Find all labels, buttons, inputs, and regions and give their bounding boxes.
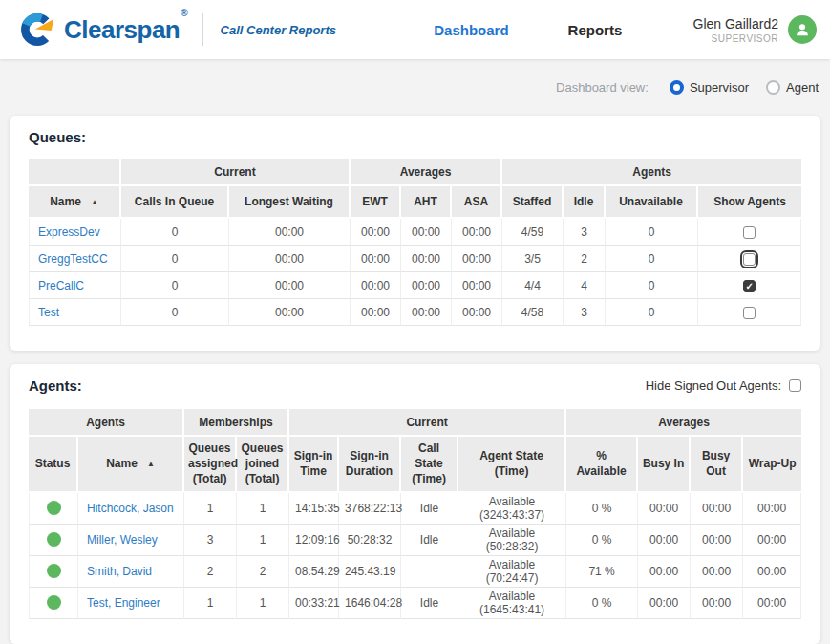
col-sign-in-time[interactable]: Sign-in Time bbox=[289, 437, 339, 493]
sort-asc-icon: ▲ bbox=[91, 198, 98, 206]
queue-row: PreCallC 0 00:00 00:00 00:00 00:00 4/4 4… bbox=[29, 272, 801, 299]
queues-table: Current Averages Agents Name▲ Calls In Q… bbox=[29, 159, 801, 326]
agents-column-header-row: Status Name▲ Queues assigned (Total) Que… bbox=[29, 437, 801, 493]
col-status[interactable]: Status bbox=[29, 437, 78, 493]
agent-row: Smith, David 2 2 08:54:29 245:43:19 Avai… bbox=[29, 556, 801, 588]
col-busy-out[interactable]: Busy Out bbox=[691, 437, 743, 493]
user-name: Glen Gaillard2 bbox=[693, 16, 779, 32]
radio-supervisor[interactable] bbox=[670, 80, 684, 95]
hide-signed-out-label: Hide Signed Out Agents: bbox=[646, 378, 781, 393]
group-header-agents: Agents bbox=[502, 159, 801, 186]
radio-agent[interactable] bbox=[766, 80, 780, 95]
agent-name-link[interactable]: Miller, Wesley bbox=[87, 533, 158, 547]
sort-asc-icon: ▲ bbox=[147, 460, 155, 468]
main-nav: Dashboard Reports bbox=[363, 22, 693, 38]
agent-row: Hitchcock, Jason 1 1 14:15:35 3768:22:13… bbox=[29, 493, 801, 525]
view-switch-label: Dashboard view: bbox=[556, 80, 649, 95]
queue-name-link[interactable]: GreggTestCC bbox=[38, 252, 108, 266]
col-queues-assigned[interactable]: Queues assigned (Total) bbox=[184, 437, 237, 493]
brand-divider bbox=[202, 13, 203, 46]
group-header-blank bbox=[29, 159, 121, 186]
agents-title: Agents: bbox=[29, 377, 82, 394]
agents-panel: Agents: Hide Signed Out Agents: Agents M… bbox=[10, 364, 820, 644]
hide-signed-out-checkbox[interactable] bbox=[789, 379, 801, 392]
nav-dashboard[interactable]: Dashboard bbox=[434, 22, 508, 38]
clearspan-logo-icon bbox=[19, 11, 57, 49]
col-busy-in[interactable]: Busy In bbox=[638, 437, 691, 493]
queues-column-header-row: Name▲ Calls In Queue Longest Waiting EWT… bbox=[29, 186, 801, 219]
app-subtitle: Call Center Reports bbox=[221, 23, 336, 37]
agent-row: Test, Engineer 1 1 00:33:21 1646:04:28 I… bbox=[29, 588, 801, 619]
col-name[interactable]: Name▲ bbox=[29, 186, 121, 219]
queue-row: GreggTestCC 0 00:00 00:00 00:00 00:00 3/… bbox=[29, 246, 801, 272]
queues-group-header-row: Current Averages Agents bbox=[29, 159, 801, 186]
col-staffed[interactable]: Staffed bbox=[502, 186, 564, 219]
col-aht[interactable]: AHT bbox=[401, 186, 452, 219]
queues-panel: Queues: Current Averages Agents Name▲ Ca… bbox=[10, 116, 820, 351]
dashboard-content: Dashboard view: Supervisor Agent Queues:… bbox=[0, 59, 830, 644]
col-unavailable[interactable]: Unavailable bbox=[606, 186, 698, 219]
group-header-current: Current bbox=[121, 159, 351, 186]
user-role: SUPERVISOR bbox=[693, 33, 779, 44]
app-header: Clearspan® Call Center Reports Dashboard… bbox=[0, 0, 830, 59]
brand: Clearspan® Call Center Reports bbox=[19, 11, 363, 49]
radio-option-supervisor[interactable]: Supervisor bbox=[670, 80, 749, 95]
show-agents-checkbox[interactable] bbox=[743, 280, 756, 292]
group-header-current: Current bbox=[289, 409, 566, 437]
agent-name-link[interactable]: Test, Engineer bbox=[87, 596, 160, 610]
status-available-icon bbox=[47, 564, 61, 578]
col-queues-joined[interactable]: Queues joined (Total) bbox=[237, 437, 289, 493]
show-agents-checkbox[interactable] bbox=[743, 307, 756, 319]
person-icon bbox=[794, 21, 811, 38]
col-name[interactable]: Name▲ bbox=[78, 437, 184, 493]
queue-row: Test 0 00:00 00:00 00:00 00:00 4/58 3 0 bbox=[29, 299, 801, 326]
agent-name-link[interactable]: Smith, David bbox=[87, 565, 152, 578]
col-longest-waiting[interactable]: Longest Waiting bbox=[229, 186, 351, 219]
queue-row: ExpressDev 0 00:00 00:00 00:00 00:00 4/5… bbox=[29, 219, 801, 246]
col-wrap-up[interactable]: Wrap-Up bbox=[743, 437, 801, 493]
queues-title: Queues: bbox=[29, 129, 86, 145]
dashboard-view-switch: Dashboard view: Supervisor Agent bbox=[10, 80, 820, 95]
group-header-agents: Agents bbox=[29, 409, 184, 437]
status-available-icon bbox=[47, 501, 61, 515]
agent-name-link[interactable]: Hitchcock, Jason bbox=[87, 502, 174, 515]
queue-name-link[interactable]: ExpressDev bbox=[38, 225, 100, 239]
agents-group-header-row: Agents Memberships Current Averages bbox=[29, 409, 801, 437]
avatar[interactable] bbox=[788, 15, 817, 44]
col-pct-available[interactable]: % Available bbox=[566, 437, 638, 493]
status-available-icon bbox=[47, 532, 61, 547]
group-header-averages: Averages bbox=[566, 409, 801, 437]
radio-option-agent[interactable]: Agent bbox=[766, 80, 819, 95]
hide-signed-out-toggle[interactable]: Hide Signed Out Agents: bbox=[646, 378, 801, 393]
agent-row: Miller, Wesley 3 1 12:09:16 50:28:32 Idl… bbox=[29, 525, 801, 556]
user-block: Glen Gaillard2 SUPERVISOR bbox=[693, 15, 818, 44]
col-ewt[interactable]: EWT bbox=[351, 186, 401, 219]
col-calls-in-queue[interactable]: Calls In Queue bbox=[121, 186, 229, 219]
status-available-icon bbox=[47, 595, 61, 610]
col-idle[interactable]: Idle bbox=[564, 186, 606, 219]
group-header-memberships: Memberships bbox=[184, 409, 289, 437]
show-agents-checkbox[interactable] bbox=[743, 253, 756, 266]
col-asa[interactable]: ASA bbox=[452, 186, 502, 219]
show-agents-checkbox[interactable] bbox=[743, 226, 756, 239]
group-header-averages: Averages bbox=[351, 159, 502, 186]
col-call-state[interactable]: Call State (Time) bbox=[401, 437, 458, 493]
queue-name-link[interactable]: PreCallC bbox=[38, 279, 84, 292]
queue-name-link[interactable]: Test bbox=[38, 306, 59, 319]
registered-mark: ® bbox=[181, 8, 187, 18]
col-agent-state[interactable]: Agent State (Time) bbox=[458, 437, 566, 493]
brand-name: Clearspan bbox=[64, 15, 180, 44]
col-sign-in-duration[interactable]: Sign-in Duration bbox=[339, 437, 401, 493]
agents-table: Agents Memberships Current Averages Stat… bbox=[29, 409, 801, 619]
col-show-agents[interactable]: Show Agents bbox=[698, 186, 801, 219]
nav-reports[interactable]: Reports bbox=[568, 22, 623, 38]
